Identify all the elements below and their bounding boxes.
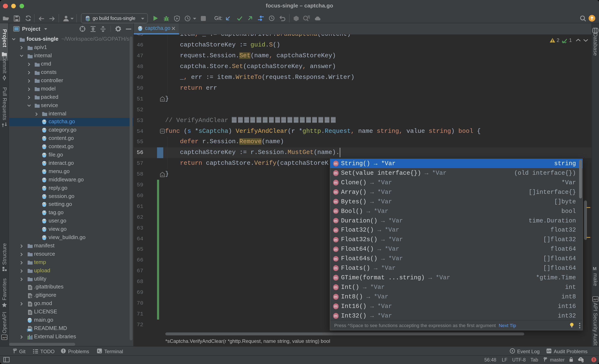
svg-text:?: ?: [580, 357, 581, 361]
svg-text:/API: /API: [2, 336, 7, 339]
svg-text:/API: /API: [593, 298, 598, 301]
svg-text:API: API: [547, 350, 551, 353]
